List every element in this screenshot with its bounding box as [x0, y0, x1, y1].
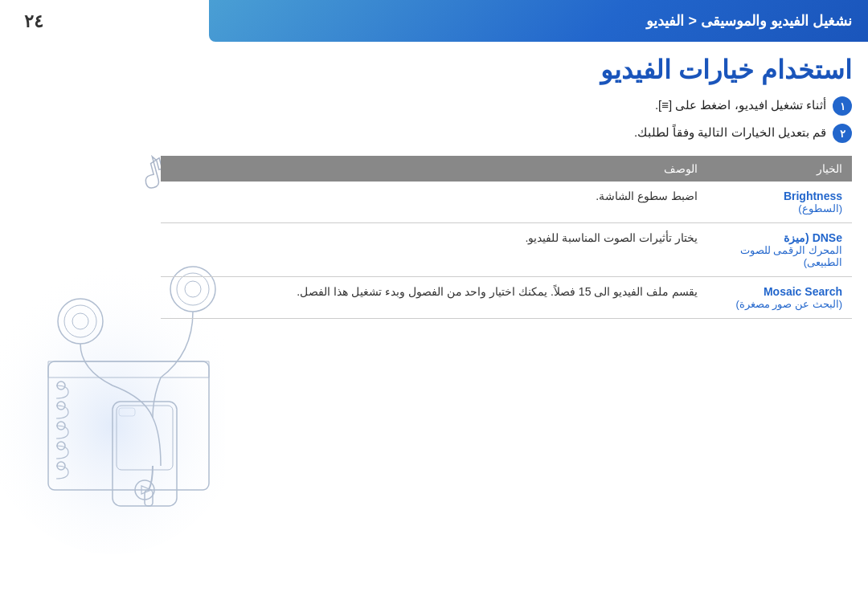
step-2-text: قم بتعديل الخيارات التالية وفقاً لطلبك.: [634, 124, 826, 142]
table-header-desc: الوصف: [161, 156, 707, 182]
breadcrumb: نشغيل الفيديو والموسيقى < الفيديو: [646, 12, 852, 30]
step-1-text: أثناء تشغيل افيديو، اضغط على [≡].: [655, 96, 826, 115]
table-row: DNSe (ميزة المحرك الرقمى للصوت الطبيعى) …: [161, 223, 852, 277]
table-header-option: الخيار: [707, 156, 852, 182]
page-title: استخدام خيارات الفيديو: [161, 55, 852, 85]
top-bar: نشغيل الفيديو والموسيقى < الفيديو: [209, 0, 868, 42]
option-dnse-desc: يختار تأثيرات الصوت المناسبة للفيديو.: [161, 223, 707, 277]
table-row: Brightness (السطوع) اضبط سطوع الشاشة.: [161, 182, 852, 223]
step-1: ١ أثناء تشغيل افيديو، اضغط على [≡].: [161, 96, 852, 116]
option-brightness-ar: (السطوع): [717, 202, 842, 214]
step-badge-1: ١: [833, 96, 852, 116]
option-brightness-en: Brightness: [717, 190, 842, 202]
option-brightness: Brightness (السطوع): [707, 182, 852, 223]
option-mosaic-ar: (البحث عن صور مصغرة): [717, 298, 842, 310]
option-mosaic-en: Mosaic Search: [717, 285, 842, 298]
options-table: الخيار الوصف Brightness (السطوع) اضبط سط…: [161, 156, 852, 319]
table-row: Mosaic Search (البحث عن صور مصغرة) يقسم …: [161, 277, 852, 319]
option-mosaic-desc: يقسم ملف الفيديو الى 15 فصلاً. يمكنك اخت…: [161, 277, 707, 319]
option-dnse: DNSe (ميزة المحرك الرقمى للصوت الطبيعى): [707, 223, 852, 277]
content-area: ١ أثناء تشغيل افيديو، اضغط على [≡]. ٢ قم…: [161, 96, 852, 319]
page-number: ٢٤: [24, 11, 43, 32]
step-badge-2: ٢: [833, 124, 852, 143]
option-dnse-en: DNSe (ميزة: [717, 231, 842, 244]
option-mosaic: Mosaic Search (البحث عن صور مصغرة): [707, 277, 852, 319]
option-brightness-desc: اضبط سطوع الشاشة.: [161, 182, 707, 223]
option-dnse-ar: المحرك الرقمى للصوت الطبيعى): [717, 244, 842, 268]
step-2: ٢ قم بتعديل الخيارات التالية وفقاً لطلبك…: [161, 124, 852, 143]
